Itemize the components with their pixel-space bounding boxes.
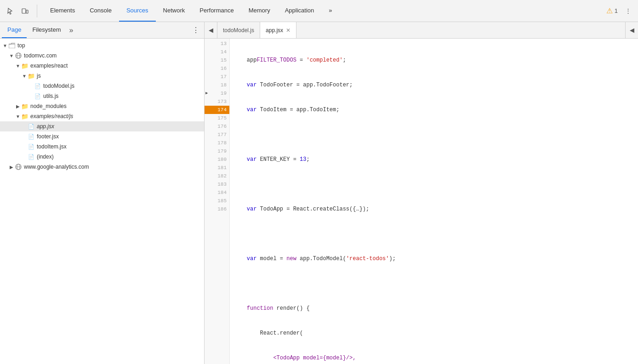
folder-icon-node-modules: 📁 — [21, 102, 28, 110]
line-num-186: 186 — [205, 205, 229, 213]
tab-application[interactable]: Application — [278, 0, 322, 22]
tree-label-examples-react: examples/react — [30, 63, 68, 69]
code-line-17: var ENTER_KEY = 13; — [234, 155, 634, 164]
line-num-177: 177 — [205, 131, 229, 139]
line-num-182: 182 — [205, 172, 229, 180]
svg-rect-2 — [9, 44, 15, 48]
editor-tab-app-jsx[interactable]: app.jsx ✕ — [260, 22, 296, 38]
tab-page[interactable]: Page — [2, 22, 27, 38]
editor-back-button[interactable]: ◀ — [205, 22, 217, 39]
tree-label-top: top — [17, 42, 25, 49]
tree-label-todoitem-jsx: todoItem.jsx — [37, 143, 67, 150]
left-panel: Page Filesystem » ⋮ ▼ top ▼ — [0, 22, 205, 364]
code-line-19: var TodoApp = React.createClass({…}); — [234, 205, 634, 213]
editor-tab-close-button[interactable]: ✕ — [286, 27, 291, 34]
line-num-185: 185 — [205, 197, 229, 205]
warning-icon: ⚠ — [606, 6, 613, 15]
line-num-181: 181 — [205, 164, 229, 172]
line-numbers: 13 14 15 16 17 18 ▶ 19 173 174 175 176 1… — [205, 39, 230, 364]
tab-more[interactable]: » — [321, 0, 339, 22]
sub-tab-menu[interactable]: ⋮ — [189, 26, 202, 34]
line-num-173: 173 — [205, 97, 229, 106]
line-num-18: 18 — [205, 81, 229, 89]
code-line-13: appFILTER_TODOS = 'completed'; — [234, 56, 634, 64]
editor-tab-todomodel[interactable]: todoModel.js — [217, 22, 260, 38]
code-line-177: React.render( — [234, 329, 634, 337]
tab-console[interactable]: Console — [82, 0, 119, 22]
tree-item-examples-react-js[interactable]: ▼ 📁 examples/react/js — [0, 111, 204, 121]
line-num-13: 13 — [205, 40, 229, 48]
tree-item-index[interactable]: 📄 (index) — [0, 152, 204, 162]
editor-collapse-button[interactable]: ◀ — [625, 22, 638, 39]
tree-item-google-analytics[interactable]: ▶ www.google-analytics.com — [0, 162, 204, 172]
editor-tabs: ◀ todoModel.js app.jsx ✕ ◀ — [205, 22, 638, 39]
code-line-18 — [234, 180, 634, 188]
tree-item-todoitem-jsx[interactable]: 📄 todoItem.jsx — [0, 142, 204, 152]
tab-filesystem[interactable]: Filesystem — [27, 22, 66, 38]
cursor-icon[interactable] — [4, 5, 17, 17]
tree-label-js: js — [37, 73, 41, 79]
tree-label-google-analytics: www.google-analytics.com — [24, 164, 89, 170]
sub-tabs: Page Filesystem » ⋮ — [0, 22, 204, 39]
tree-label-footer-jsx: footer.jsx — [37, 133, 59, 140]
line-num-179: 179 — [205, 147, 229, 155]
tree-item-todomodel[interactable]: 📄 todoModel.js — [0, 81, 204, 91]
code-area[interactable]: 13 14 15 16 17 18 ▶ 19 173 174 175 176 1… — [205, 39, 638, 364]
main-nav-tabs: Elements Console Sources Network Perform… — [43, 0, 606, 22]
tab-sources[interactable]: Sources — [119, 0, 156, 22]
main-layout: Page Filesystem » ⋮ ▼ top ▼ — [0, 22, 638, 364]
line-num-183: 183 — [205, 180, 229, 188]
tree-arrow-google-analytics: ▶ — [8, 164, 15, 170]
tree-item-js[interactable]: ▼ 📁 js — [0, 71, 204, 81]
folder-icon-examples-react-js: 📁 — [21, 113, 28, 120]
tree-label-todomodel: todoModel.js — [43, 83, 74, 89]
tree-item-node-modules[interactable]: ▶ 📁 node_modules — [0, 101, 204, 111]
domain-icon-google — [15, 163, 22, 171]
tab-network[interactable]: Network — [156, 0, 193, 22]
line-num-17: 17 — [205, 73, 229, 81]
tree-label-utils: utils.js — [43, 93, 58, 99]
line-num-19: ▶ 19 — [205, 89, 229, 97]
tree-arrow-examples-react: ▼ — [15, 63, 21, 69]
line-num-16: 16 — [205, 64, 229, 73]
code-line-173 — [234, 230, 634, 238]
tree-item-app-jsx[interactable]: 📄 app.jsx — [0, 121, 204, 131]
tab-performance[interactable]: Performance — [192, 0, 241, 22]
nav-icons — [4, 5, 37, 17]
line-num-14: 14 — [205, 48, 229, 56]
tree-item-top[interactable]: ▼ top — [0, 40, 204, 51]
devtools-menu-button[interactable]: ⋮ — [621, 5, 634, 17]
file-icon-app-jsx: 📄 — [28, 123, 35, 130]
file-icon-index: 📄 — [28, 153, 35, 160]
file-icon-todomodel: 📄 — [34, 82, 41, 90]
tree-item-footer-jsx[interactable]: 📄 footer.jsx — [0, 131, 204, 142]
code-content: appFILTER_TODOS = 'completed'; var TodoF… — [230, 39, 638, 364]
right-panel: ◀ todoModel.js app.jsx ✕ ◀ 13 14 15 16 1… — [205, 22, 638, 364]
tab-memory[interactable]: Memory — [241, 0, 278, 22]
code-line-176: function render() { — [234, 304, 634, 313]
tree-label-index: (index) — [37, 154, 54, 160]
tree-arrow-top: ▼ — [2, 42, 8, 49]
tree-item-utils[interactable]: 📄 utils.js — [0, 91, 204, 101]
sub-tab-more[interactable]: » — [67, 26, 76, 34]
line-num-174[interactable]: 174 — [205, 106, 229, 114]
tab-elements[interactable]: Elements — [43, 0, 82, 22]
svg-rect-1 — [26, 10, 28, 13]
tree-label-node-modules: node_modules — [30, 103, 67, 109]
code-line-174: var model = new app.TodoModel('react-tod… — [234, 255, 634, 263]
file-icon-utils: 📄 — [34, 92, 41, 100]
file-icon-footer-jsx: 📄 — [28, 133, 35, 140]
code-line-14: var TodoFooter = app.TodoFooter; — [234, 81, 634, 89]
tree-item-examples-react[interactable]: ▼ 📁 examples/react — [0, 61, 204, 71]
line-num-175: 175 — [205, 114, 229, 122]
device-toggle-icon[interactable] — [18, 5, 31, 17]
warning-button[interactable]: ⚠ 1 — [606, 6, 618, 15]
warning-count: 1 — [615, 7, 618, 14]
tree-label-todomvc: todomvc.com — [24, 52, 57, 59]
file-icon-todoitem-jsx: 📄 — [28, 143, 35, 150]
tree-arrow-node-modules: ▶ — [15, 103, 21, 109]
code-line-16 — [234, 131, 634, 139]
domain-icon-todomvc — [15, 52, 22, 59]
tree-item-todomvc[interactable]: ▼ todomvc.com — [0, 51, 204, 61]
line-num-176: 176 — [205, 122, 229, 131]
